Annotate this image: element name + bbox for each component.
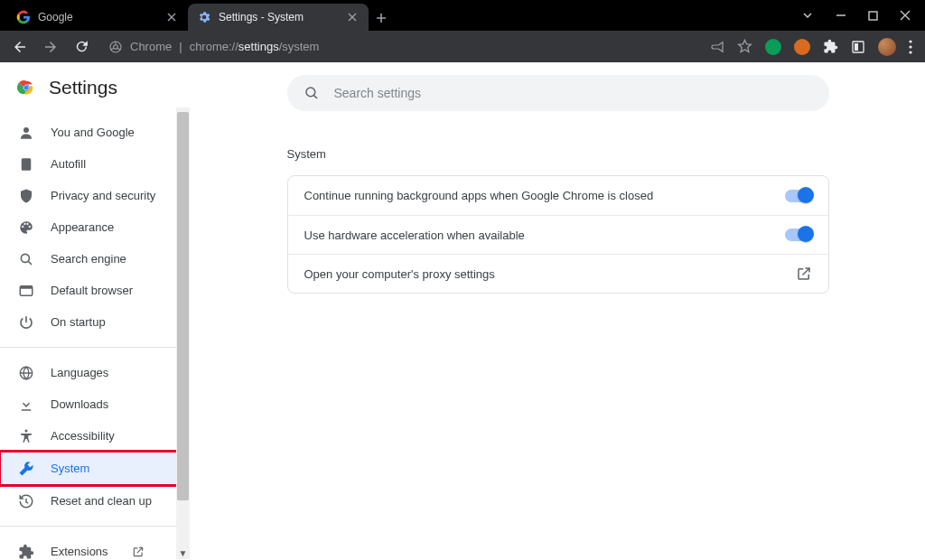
divider [0, 526, 190, 527]
wrench-icon [18, 461, 34, 477]
close-icon[interactable] [164, 10, 179, 24]
sidebar-item-on-startup[interactable]: On startup [0, 306, 176, 338]
toolbar-extensions [710, 38, 918, 56]
sidebar-item-label: Default browser [51, 284, 133, 297]
address-bar: Chrome | chrome://settings/system [0, 31, 925, 62]
maximize-icon[interactable] [868, 11, 878, 21]
gear-favicon-icon [197, 10, 211, 24]
chrome-icon [108, 40, 123, 54]
scroll-down-icon[interactable]: ▼ [176, 546, 190, 560]
back-button[interactable] [7, 34, 33, 60]
setting-row-label: Open your computer's proxy settings [304, 267, 495, 281]
power-icon [18, 314, 34, 331]
svg-rect-4 [855, 43, 858, 51]
sidebar-item-label: Accessibility [51, 429, 115, 443]
svg-rect-15 [20, 285, 33, 288]
sidebar-item-system[interactable]: System [0, 452, 182, 485]
extension-green-icon[interactable] [765, 39, 781, 55]
toggle-bg-apps[interactable] [785, 190, 812, 202]
sidebar-list: You and GoogleAutofillPrivacy and securi… [0, 113, 190, 560]
sidebar-item-label: On startup [51, 315, 106, 329]
person-icon [18, 125, 34, 141]
tab-google[interactable]: Google [7, 4, 188, 31]
extensions-puzzle-icon[interactable] [823, 39, 838, 54]
assignment-icon [18, 156, 34, 173]
settings-main: System Continue running background apps … [191, 62, 925, 560]
close-icon[interactable] [345, 10, 360, 24]
sidebar-item-autofill[interactable]: Autofill [0, 148, 176, 180]
tab-title: Settings - System [219, 11, 345, 23]
sidebar-item-you-and-google[interactable]: You and Google [0, 117, 176, 148]
settings-header: Settings [0, 62, 190, 113]
sidebar-item-label: System [51, 462, 89, 475]
url-separator: | [179, 40, 182, 53]
close-window-icon[interactable] [900, 10, 911, 21]
sidebar-item-extensions[interactable]: Extensions [0, 536, 176, 560]
sidebar-item-accessibility[interactable]: Accessibility [0, 420, 176, 452]
url-bar[interactable]: Chrome | chrome://settings/system [99, 34, 705, 60]
sidebar-item-reset[interactable]: Reset and clean up [0, 485, 176, 517]
svg-rect-0 [869, 12, 877, 20]
sidebar-item-appearance[interactable]: Appearance [0, 211, 176, 243]
sidebar-item-default-browser[interactable]: Default browser [0, 275, 176, 306]
svg-point-7 [909, 51, 911, 53]
svg-point-6 [909, 45, 911, 48]
reading-list-icon[interactable] [851, 40, 865, 54]
tab-title: Google [38, 11, 164, 23]
setting-row-label: Use hardware acceleration when available [304, 229, 525, 242]
svg-point-17 [25, 429, 28, 432]
sidebar-item-languages[interactable]: Languages [0, 357, 176, 388]
kebab-menu-icon[interactable] [909, 40, 912, 54]
setting-row-proxy[interactable]: Open your computer's proxy settings [288, 254, 828, 293]
svg-point-13 [21, 254, 29, 262]
bookmark-star-icon[interactable] [737, 39, 752, 54]
url-chrome-label: Chrome [130, 40, 172, 53]
search-icon [18, 251, 34, 267]
sidebar-item-privacy[interactable]: Privacy and security [0, 180, 176, 211]
search-input[interactable] [334, 86, 813, 100]
sidebar-item-search-engine[interactable]: Search engine [0, 243, 176, 275]
forward-button[interactable] [38, 34, 63, 60]
svg-point-18 [306, 88, 315, 97]
reload-button[interactable] [69, 34, 94, 60]
extension-orange-icon[interactable] [794, 39, 810, 55]
shield-icon [18, 188, 34, 204]
setting-row-bg-apps[interactable]: Continue running background apps when Go… [288, 176, 828, 215]
sidebar-item-label: Privacy and security [51, 189, 155, 202]
share-icon[interactable] [710, 40, 724, 54]
window-controls [801, 0, 925, 31]
palette-icon [18, 219, 34, 236]
chrome-logo-icon [16, 78, 36, 98]
section-title: System [287, 147, 829, 161]
divider [0, 347, 190, 348]
svg-point-5 [909, 40, 911, 42]
new-tab-button[interactable] [369, 5, 394, 31]
svg-point-12 [23, 127, 29, 133]
sidebar-item-label: You and Google [51, 126, 135, 139]
google-favicon-icon [16, 10, 31, 24]
scrollbar-thumb[interactable] [177, 112, 189, 500]
toggle-hw-accel[interactable] [785, 229, 812, 241]
settings-card: Continue running background apps when Go… [287, 175, 829, 294]
profile-avatar[interactable] [878, 38, 896, 56]
tab-settings[interactable]: Settings - System [188, 4, 369, 31]
setting-row-hw-accel[interactable]: Use hardware acceleration when available [288, 215, 828, 254]
sidebar-item-downloads[interactable]: Downloads [0, 388, 176, 420]
chevron-down-icon[interactable] [801, 9, 814, 22]
external-link-icon [796, 266, 812, 282]
sidebar: Settings You and GoogleAutofillPrivacy a… [0, 62, 191, 560]
search-settings[interactable] [287, 75, 829, 111]
restore-icon [18, 493, 34, 509]
minimize-icon[interactable] [836, 10, 846, 21]
svg-point-11 [23, 85, 28, 89]
browser-titlebar: Google Settings - System [0, 0, 925, 31]
sidebar-item-label: Appearance [51, 220, 114, 234]
svg-point-2 [114, 44, 118, 49]
accessibility-icon [18, 428, 34, 444]
external-link-icon [132, 546, 145, 558]
download-icon [18, 397, 34, 413]
sidebar-item-label: Search engine [51, 252, 126, 266]
browser-icon [18, 283, 34, 299]
sidebar-item-label: Languages [51, 366, 108, 379]
sidebar-item-label: Extensions [51, 545, 108, 558]
